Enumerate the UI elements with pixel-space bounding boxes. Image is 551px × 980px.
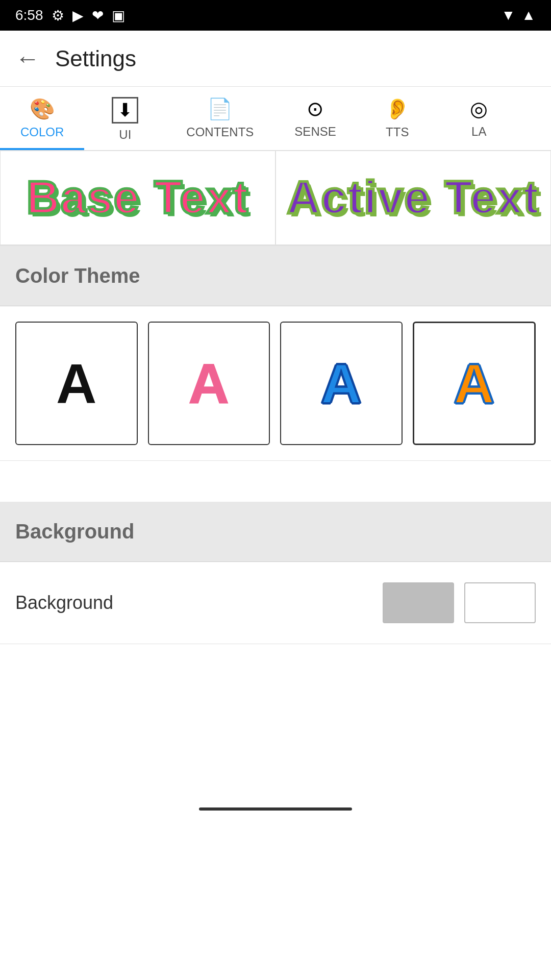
theme-letter-orange: A	[454, 355, 494, 411]
download-box-icon: ⬇	[112, 97, 138, 124]
tab-ui[interactable]: ⬇ UI	[84, 87, 166, 150]
ear-icon: 👂	[385, 97, 410, 121]
color-theme-section-header: Color Theme	[0, 246, 551, 306]
signal-icon: ▲	[521, 7, 536, 23]
tab-bar: 🎨 COLOR ⬇ UI 📄 CONTENTS ⊙ SENSE 👂 TTS ◎ …	[0, 87, 551, 151]
background-section-title: Background	[15, 520, 134, 543]
tab-sense[interactable]: ⊙ SENSE	[274, 87, 356, 150]
la-icon: ◎	[470, 97, 488, 120]
theme-option-black[interactable]: A	[15, 322, 138, 445]
color-theme-options: A A A A	[0, 306, 551, 461]
tab-sense-label: SENSE	[294, 125, 336, 139]
status-left: 6:58 ⚙ ▶ ❤ ▣	[15, 7, 125, 24]
tab-contents[interactable]: 📄 CONTENTS	[166, 87, 274, 150]
settings-icon: ⚙	[52, 7, 64, 24]
theme-option-pink[interactable]: A	[148, 322, 270, 445]
theme-letter-blue: A	[321, 355, 361, 411]
top-bar: ← Settings	[0, 31, 551, 87]
active-text-preview[interactable]: Active Text	[276, 151, 551, 245]
theme-letter-pink: A	[189, 355, 229, 411]
scroll-indicator	[199, 807, 352, 811]
status-bar: 6:58 ⚙ ▶ ❤ ▣ ▼ ▲	[0, 0, 551, 31]
tab-tts[interactable]: 👂 TTS	[357, 87, 438, 150]
background-item-label: Background	[15, 592, 113, 614]
bg-color-gray[interactable]	[383, 582, 454, 623]
document-icon: 📄	[207, 97, 233, 121]
sd-icon: ▣	[112, 7, 125, 24]
tab-color[interactable]: 🎨 COLOR	[0, 87, 84, 150]
wifi-icon: ▼	[502, 7, 516, 23]
bottom-spacer	[0, 644, 551, 797]
color-theme-title: Color Theme	[15, 264, 140, 287]
bg-color-white[interactable]	[464, 582, 536, 623]
back-button[interactable]: ←	[15, 44, 40, 72]
bg-color-boxes	[383, 582, 536, 623]
base-text-preview[interactable]: Base Text	[0, 151, 276, 245]
play-icon: ▶	[72, 7, 84, 24]
tab-color-label: COLOR	[20, 125, 64, 139]
palette-icon: 🎨	[30, 97, 55, 121]
base-text-label: Base Text	[27, 172, 249, 224]
page-title: Settings	[55, 46, 136, 71]
tab-la[interactable]: ◎ LA	[438, 87, 520, 150]
tab-ui-label: UI	[119, 128, 131, 142]
sense-icon: ⊙	[307, 97, 324, 120]
tab-tts-label: TTS	[386, 125, 409, 139]
theme-option-orange[interactable]: A	[413, 322, 536, 445]
favorite-icon: ❤	[92, 7, 104, 24]
spacer	[0, 461, 551, 502]
tab-la-label: LA	[471, 125, 486, 139]
active-text-label: Active Text	[287, 172, 540, 224]
status-time: 6:58	[15, 7, 43, 23]
background-item: Background	[0, 562, 551, 644]
status-right: ▼ ▲	[502, 7, 536, 23]
background-section-header: Background	[0, 502, 551, 562]
theme-option-blue[interactable]: A	[280, 322, 403, 445]
theme-letter-black: A	[56, 355, 96, 411]
preview-area: Base Text Active Text	[0, 151, 551, 246]
tab-contents-label: CONTENTS	[186, 125, 254, 139]
